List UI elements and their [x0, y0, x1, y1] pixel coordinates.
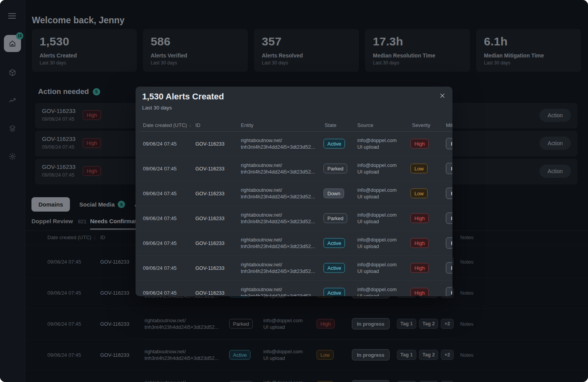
modal-column-header-source[interactable]: Source	[357, 122, 373, 128]
mitigation-cell: In progress	[446, 262, 452, 274]
cell-source-line: UI upload	[357, 268, 397, 274]
cell-id: GOV-116233	[195, 215, 224, 221]
mitigation-button[interactable]: In progress	[446, 262, 452, 274]
cell-source-line: UI upload	[357, 218, 397, 225]
sort-icon: ↕	[189, 123, 191, 128]
modal-column-header-mitigation[interactable]: Mitigation	[446, 122, 452, 128]
cell-entity-line: rightaboutnow.net/	[241, 187, 315, 193]
cell-entity-line: rightaboutnow.net/	[241, 236, 315, 243]
state-cell: Active	[324, 238, 345, 248]
modal-table-row[interactable]: 09/06/24 07:45GOV-116233rightaboutnow.ne…	[136, 231, 452, 256]
cell-entity-line: tnh3nt4h23h4dd24i5×3dt23d52...	[241, 218, 315, 225]
mitigation-button[interactable]: In progress	[446, 238, 452, 249]
severity-cell: High	[411, 214, 429, 223]
cell-source: info@doppel.comUI upload	[357, 212, 397, 225]
cell-date: 09/06/24 07:45	[143, 166, 177, 172]
cell-source-line: info@doppel.com	[357, 236, 397, 243]
cell-source-line: info@doppel.com	[357, 187, 397, 193]
cell-source-line: info@doppel.com	[357, 162, 397, 168]
severity-cell: High	[411, 288, 429, 297]
state-badge: Parked	[324, 214, 347, 223]
cell-entity: rightaboutnow.net/tnh3nt4h23h4dd24i5×3dt…	[241, 286, 315, 296]
cell-source-line: UI upload	[357, 168, 397, 175]
modal-title: 1,530 Alerts Created	[142, 92, 224, 102]
severity-badge: High	[411, 214, 429, 223]
cell-entity-line: tnh3nt4h23h4dd24i5×3dt23d52...	[241, 144, 315, 150]
cell-source: info@doppel.comUI upload	[357, 261, 397, 274]
cell-source: info@doppel.comUI upload	[357, 162, 397, 175]
mitigation-button[interactable]: In progress	[446, 163, 452, 174]
modal-table-row[interactable]: 09/06/24 07:45GOV-116233rightaboutnow.ne…	[136, 280, 452, 296]
cell-entity-line: rightaboutnow.net/	[241, 162, 315, 168]
cell-entity-line: tnh3nt4h23h4dd24i5×3dt23d52...	[241, 268, 315, 274]
severity-cell: Low	[411, 164, 428, 174]
cell-id: GOV-116233	[195, 191, 224, 196]
mitigation-button[interactable]: In progress	[446, 287, 452, 297]
cell-entity: rightaboutnow.net/tnh3nt4h23h4dd24i5×3dt…	[241, 162, 315, 175]
cell-source-line: UI upload	[357, 193, 397, 200]
cell-entity-line: rightaboutnow.net/	[241, 137, 315, 144]
cell-source-line: info@doppel.com	[357, 137, 397, 144]
cell-date: 09/06/24 07:45	[143, 265, 177, 271]
modal-table-row[interactable]: 09/06/24 07:45GOV-116233rightaboutnow.ne…	[136, 131, 452, 156]
cell-entity: rightaboutnow.net/tnh3nt4h23h4dd24i5×3dt…	[241, 137, 315, 150]
mitigation-button[interactable]: In progress	[446, 213, 452, 224]
state-cell: Active	[324, 263, 345, 273]
modal-subtitle: Last 30 days	[142, 105, 172, 111]
modal-column-header-severity[interactable]: Severity	[412, 122, 430, 128]
cell-entity-line: tnh3nt4h23h4dd24i5×3dt23d52...	[241, 243, 315, 250]
cell-source-line: info@doppel.com	[357, 261, 397, 268]
cell-id: GOV-116233	[195, 240, 224, 246]
modal-table-row[interactable]: 09/06/24 07:45GOV-116233rightaboutnow.ne…	[136, 156, 452, 181]
state-badge: Down	[324, 189, 344, 198]
cell-entity-line: rightaboutnow.net/	[241, 261, 315, 268]
modal-column-header-entity[interactable]: Entity	[241, 122, 254, 128]
cell-source: info@doppel.comUI upload	[357, 187, 397, 200]
cell-date: 09/06/24 07:45	[143, 215, 177, 221]
modal-column-header-id[interactable]: ID	[195, 122, 200, 128]
mitigation-cell: In progress	[446, 287, 452, 297]
cell-entity-line: tnh3nt4h23h4dd24i5×3dt23d52...	[241, 293, 315, 296]
mitigation-cell: In progress	[446, 138, 452, 149]
cell-entity: rightaboutnow.net/tnh3nt4h23h4dd24i5×3dt…	[241, 187, 315, 200]
cell-date: 09/06/24 07:45	[143, 240, 177, 246]
close-icon[interactable]	[438, 91, 447, 100]
state-cell: Active	[324, 139, 345, 149]
cell-source: info@doppel.comUI upload	[357, 236, 397, 250]
state-badge: Active	[324, 139, 345, 149]
severity-badge: High	[411, 288, 429, 297]
severity-badge: Low	[411, 189, 428, 198]
cell-id: GOV-116233	[195, 290, 224, 296]
severity-badge: High	[411, 139, 429, 149]
mitigation-button[interactable]: In progress	[446, 138, 452, 149]
cell-entity: rightaboutnow.net/tnh3nt4h23h4dd24i5×3dt…	[241, 212, 315, 225]
cell-id: GOV-116233	[195, 141, 224, 147]
modal-column-header-state[interactable]: State	[325, 122, 336, 128]
mitigation-button[interactable]: In progress	[446, 188, 452, 199]
cell-date: 09/06/24 07:45	[143, 141, 177, 147]
cell-id: GOV-116233	[195, 265, 224, 271]
cell-entity: rightaboutnow.net/tnh3nt4h23h4dd24i5×3dt…	[241, 261, 315, 274]
severity-cell: High	[411, 139, 429, 149]
modal-table-row[interactable]: 09/06/24 07:45GOV-116233rightaboutnow.ne…	[136, 255, 452, 281]
cell-source-line: info@doppel.com	[357, 212, 397, 218]
app-window: 18 Welcome back, Jenny 1,530Alerts Creat…	[0, 0, 588, 382]
state-badge: Active	[324, 263, 345, 273]
alerts-created-modal: 1,530 Alerts Created Last 30 days Date c…	[136, 87, 452, 296]
state-cell: Down	[324, 189, 344, 198]
severity-badge: High	[411, 238, 429, 248]
state-badge: Parked	[324, 164, 347, 174]
modal-table-row[interactable]: 09/06/24 07:45GOV-116233rightaboutnow.ne…	[136, 206, 452, 231]
state-cell: Parked	[324, 164, 347, 174]
cell-source-line: UI upload	[357, 293, 397, 296]
cell-source: info@doppel.comUI upload	[357, 286, 397, 296]
state-cell: Active	[324, 288, 345, 297]
modal-column-header-date[interactable]: Date created (UTC)↕	[143, 122, 191, 128]
modal-table-row[interactable]: 09/06/24 07:45GOV-116233rightaboutnow.ne…	[136, 181, 452, 206]
cell-entity-line: rightaboutnow.net/	[241, 212, 315, 218]
severity-badge: High	[411, 263, 429, 273]
severity-cell: Low	[411, 189, 428, 198]
cell-date: 09/06/24 07:45	[143, 191, 177, 196]
cell-entity-line: tnh3nt4h23h4dd24i5×3dt23d52...	[241, 168, 315, 175]
state-badge: Active	[324, 238, 345, 248]
